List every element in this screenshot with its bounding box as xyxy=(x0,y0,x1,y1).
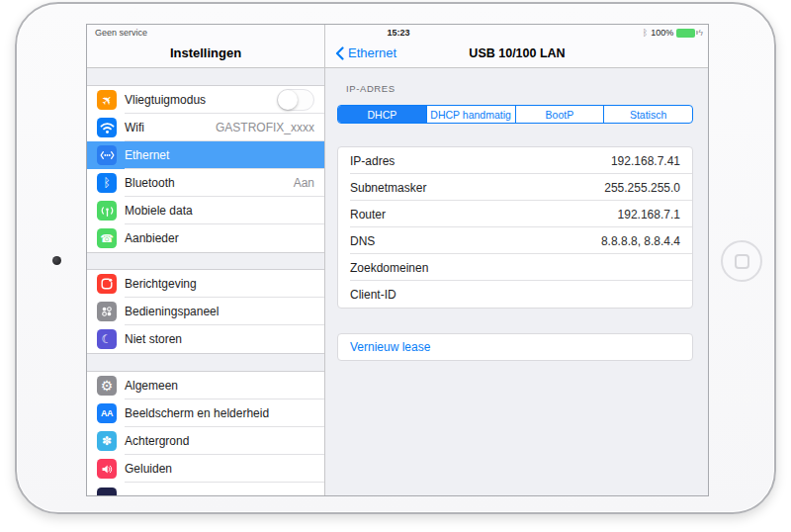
item-label: Bluetooth xyxy=(125,176,175,190)
sidebar-item-bedieningspaneel[interactable]: Bedieningspaneel xyxy=(87,298,324,325)
pane-divider xyxy=(324,25,325,495)
bluetooth-state-value: Aan xyxy=(294,176,314,190)
field-label: IP-adres xyxy=(350,154,395,168)
home-button-icon xyxy=(735,254,749,269)
sidebar-item-berichtgeving[interactable]: Berichtgeving xyxy=(87,270,324,298)
item-label: Achtergrond xyxy=(125,434,189,448)
ip-mode-segmented-control: DHCP DHCP handmatig BootP Statisch xyxy=(337,105,693,124)
bluetooth-icon: ᛒ xyxy=(97,173,117,193)
sidebar-title: Instellingen xyxy=(87,45,324,60)
display-brightness-icon: AA xyxy=(97,403,117,423)
sidebar-item-ethernet[interactable]: Ethernet xyxy=(87,141,324,169)
control-center-icon xyxy=(97,302,117,321)
renew-lease-card: Vernieuw lease xyxy=(337,333,693,361)
renew-lease-button[interactable]: Vernieuw lease xyxy=(350,340,430,354)
sidebar-item-beeldscherm[interactable]: AA Beeldscherm en helderheid xyxy=(87,399,324,427)
item-label: Vliegtuigmodus xyxy=(125,93,206,107)
item-label: Ethernet xyxy=(125,148,169,162)
sidebar-group-general: ⚙ Algemeen AA Beeldscherm en helderheid … xyxy=(87,371,324,496)
field-label: DNS xyxy=(350,234,375,248)
battery-percent: 100% xyxy=(651,28,673,38)
field-value: 8.8.8.8, 8.8.4.4 xyxy=(601,234,680,248)
ipad-frame: Geen service 15:23 ᛒ 100% ϟ Instellingen… xyxy=(15,2,776,514)
segment-dhcp[interactable]: DHCP xyxy=(338,106,427,123)
content: ✈ Vliegtuigmodus Wifi GASTROFIX_xxxx xyxy=(87,68,709,496)
section-header: IP-ADRES xyxy=(346,83,396,94)
field-label: Client-ID xyxy=(350,288,396,302)
field-value: 255.255.255.0 xyxy=(604,181,680,195)
field-ip-adres[interactable]: IP-adres 192.168.7.41 xyxy=(338,147,692,174)
top-bar: Geen service 15:23 ᛒ 100% ϟ Instellingen… xyxy=(87,25,709,68)
item-label: Beeldscherm en helderheid xyxy=(125,406,269,420)
item-label: Geluiden xyxy=(125,462,172,476)
toggle-knob xyxy=(278,90,298,110)
sidebar-item-partial[interactable] xyxy=(87,483,324,496)
cellular-data-icon xyxy=(97,201,117,221)
field-dns[interactable]: DNS 8.8.8.8, 8.8.4.4 xyxy=(338,227,692,254)
airplane-icon: ✈ xyxy=(97,90,117,110)
item-label: Algemeen xyxy=(125,379,178,393)
segment-bootp[interactable]: BootP xyxy=(516,106,605,123)
item-label: Aanbieder xyxy=(125,231,179,245)
wifi-icon xyxy=(97,118,117,137)
sounds-icon xyxy=(97,459,117,479)
sidebar-group-notifications: Berichtgeving Bedieningspaneel ☾ Niet st… xyxy=(87,269,324,354)
airplane-mode-toggle[interactable] xyxy=(277,89,314,111)
item-label: Niet storen xyxy=(125,332,182,346)
item-label: Mobiele data xyxy=(125,204,193,218)
item-label: Wifi xyxy=(125,121,144,134)
sidebar-item-geluiden[interactable]: Geluiden xyxy=(87,455,324,483)
sidebar-item-algemeen[interactable]: ⚙ Algemeen xyxy=(87,372,324,399)
front-camera xyxy=(52,256,61,265)
phone-icon: ☎ xyxy=(97,228,117,248)
item-label: Berichtgeving xyxy=(125,277,197,291)
gear-icon: ⚙ xyxy=(97,376,117,396)
field-value: 192.168.7.1 xyxy=(618,208,680,222)
wifi-network-value: GASTROFIX_xxxx xyxy=(216,121,314,134)
sidebar-item-wifi[interactable]: Wifi GASTROFIX_xxxx xyxy=(87,114,324,141)
sidebar-item-achtergrond[interactable]: ✽ Achtergrond xyxy=(87,427,324,455)
field-subnetmasker[interactable]: Subnetmasker 255.255.255.0 xyxy=(338,174,692,201)
segment-dhcp-handmatig[interactable]: DHCP handmatig xyxy=(427,106,516,123)
battery-icon xyxy=(676,29,695,38)
home-button[interactable] xyxy=(721,240,762,282)
ethernet-detail-pane: IP-ADRES DHCP DHCP handmatig BootP Stati… xyxy=(325,68,709,496)
field-client-id[interactable]: Client-ID xyxy=(338,281,692,308)
field-router[interactable]: Router 192.168.7.1 xyxy=(338,201,692,227)
field-label: Router xyxy=(350,208,386,222)
notifications-icon xyxy=(97,274,117,294)
status-icons: ᛒ 100% ϟ xyxy=(643,27,703,39)
sidebar-item-niet-storen[interactable]: ☾ Niet storen xyxy=(87,325,324,353)
clock: 15:23 xyxy=(87,28,709,38)
sidebar-item-vliegtuigmodus[interactable]: ✈ Vliegtuigmodus xyxy=(87,86,324,114)
field-zoekdomeinen[interactable]: Zoekdomeinen xyxy=(338,254,692,281)
item-label: Bedieningspaneel xyxy=(125,305,219,318)
ip-settings-card: IP-adres 192.168.7.41 Subnetmasker 255.2… xyxy=(337,146,693,309)
charging-icon: ϟ xyxy=(698,29,703,38)
field-value: 192.168.7.41 xyxy=(611,154,680,168)
page-title: USB 10/100 LAN xyxy=(324,46,709,60)
sidebar-item-mobiele-data[interactable]: Mobiele data xyxy=(87,197,324,224)
segment-statisch[interactable]: Statisch xyxy=(604,106,692,123)
sidebar-item-bluetooth[interactable]: ᛒ Bluetooth Aan xyxy=(87,169,324,197)
wallpaper-icon: ✽ xyxy=(97,431,117,451)
field-label: Zoekdomeinen xyxy=(350,261,428,275)
ethernet-icon xyxy=(97,145,117,165)
moon-icon: ☾ xyxy=(97,329,117,349)
sidebar-group-network: ✈ Vliegtuigmodus Wifi GASTROFIX_xxxx xyxy=(87,85,324,253)
screen: Geen service 15:23 ᛒ 100% ϟ Instellingen… xyxy=(86,24,709,496)
touchid-icon xyxy=(97,488,117,496)
settings-sidebar: ✈ Vliegtuigmodus Wifi GASTROFIX_xxxx xyxy=(87,68,324,496)
bluetooth-status-icon: ᛒ xyxy=(643,29,648,38)
sidebar-item-aanbieder[interactable]: ☎ Aanbieder xyxy=(87,224,324,252)
field-label: Subnetmasker xyxy=(350,181,426,195)
